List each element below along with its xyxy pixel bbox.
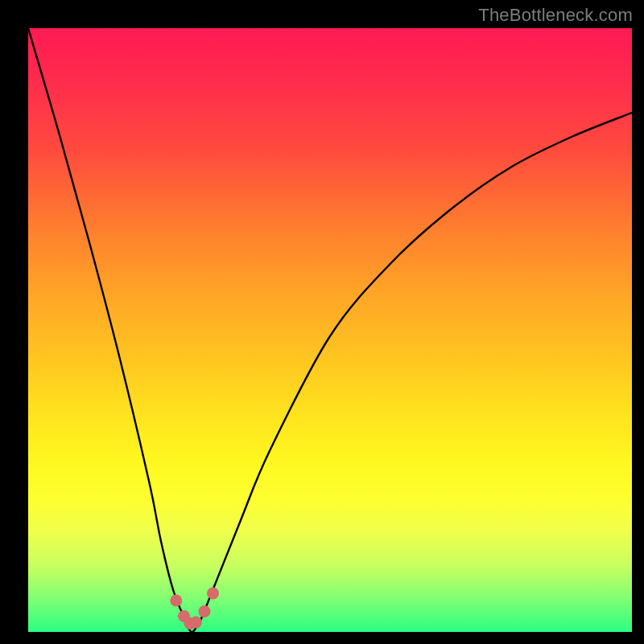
bottleneck-curve-svg [28,28,632,632]
outer-frame: TheBottleneck.com [0,0,644,644]
curve-dot [207,588,219,600]
bottleneck-curve [28,28,632,632]
chart-plot-area [28,28,632,632]
curve-dot [170,595,182,607]
curve-dot [199,605,211,617]
curve-minimum-dots [170,588,219,630]
curve-dot [190,617,202,629]
watermark-label: TheBottleneck.com [478,5,633,26]
